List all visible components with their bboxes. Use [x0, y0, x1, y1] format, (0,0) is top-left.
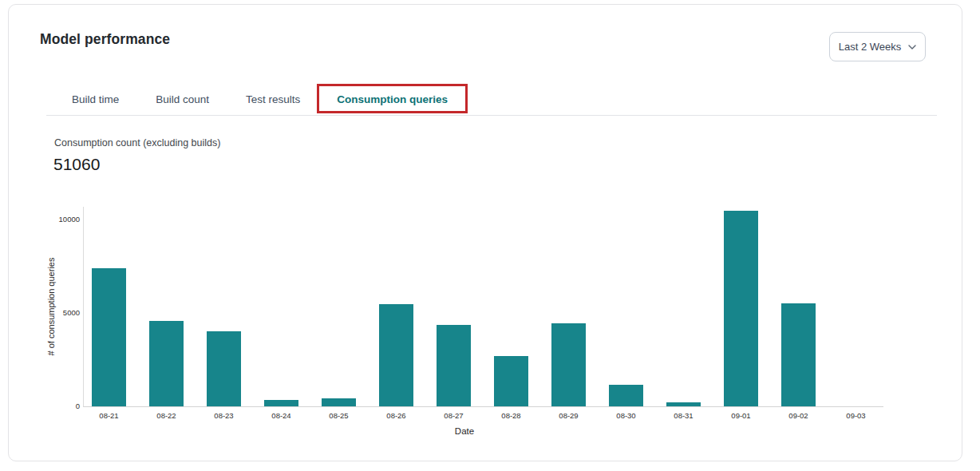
x-tick-label: 08-26: [377, 411, 417, 420]
x-tick-label: 08-29: [549, 411, 589, 420]
x-tick-label: 08-24: [262, 411, 302, 420]
y-axis-title: # of consumption queries: [46, 258, 56, 356]
y-tick-label: 10000: [38, 215, 80, 224]
y-tick-label: 5000: [38, 308, 80, 317]
tab-label: Consumption queries: [337, 93, 448, 105]
x-tick-label: 09-03: [836, 411, 876, 420]
bar-09-01: [724, 211, 758, 406]
model-performance-card: Model performance Last 2 Weeks Build tim…: [8, 4, 962, 461]
model-performance-page: Model performance Last 2 Weeks Build tim…: [0, 0, 980, 471]
bar-08-21: [92, 268, 126, 406]
bar-08-22: [149, 321, 184, 406]
tab-label: Build time: [72, 93, 119, 105]
bar-08-28: [494, 356, 528, 406]
tab-build-time[interactable]: Build time: [59, 84, 132, 115]
metric-value: 51060: [53, 155, 100, 174]
x-axis-title: Date: [83, 426, 846, 436]
bar-08-29: [551, 323, 586, 406]
x-tick-label: 08-31: [664, 411, 704, 420]
x-tick-label: 08-30: [607, 411, 646, 420]
x-tick-label: 08-22: [147, 411, 187, 420]
bar-08-23: [207, 331, 241, 406]
y-tick-label: 0: [38, 402, 80, 410]
tab-build-count[interactable]: Build count: [143, 84, 222, 115]
period-selector-dropdown[interactable]: Last 2 Weeks: [829, 32, 926, 61]
bar-08-27: [437, 325, 471, 406]
metric-label: Consumption count (excluding builds): [54, 137, 220, 148]
bar-08-31: [666, 402, 701, 406]
tab-label: Test results: [246, 93, 300, 105]
bar-09-02: [781, 303, 816, 406]
x-tick-label: 08-21: [89, 411, 129, 420]
bar-08-30: [609, 385, 643, 406]
x-tick-label: 08-27: [434, 411, 474, 420]
period-selector-label: Last 2 Weeks: [839, 41, 902, 53]
tab-label: Build count: [156, 93, 209, 105]
tab-test-results[interactable]: Test results: [233, 84, 313, 115]
bar-08-25: [322, 398, 356, 406]
tab-consumption-queries[interactable]: Consumption queries: [324, 84, 460, 115]
x-tick-label: 08-28: [492, 411, 531, 420]
tab-bar: Build timeBuild countTest resultsConsump…: [46, 84, 937, 116]
bar-08-24: [264, 400, 298, 406]
bar-08-26: [379, 304, 413, 406]
page-title: Model performance: [40, 31, 170, 48]
x-tick-label: 08-23: [204, 411, 244, 420]
x-tick-label: 09-02: [779, 411, 819, 420]
chart-plot: 08-2108-2208-2308-2408-2508-2608-2708-28…: [83, 207, 883, 407]
x-tick-label: 09-01: [721, 411, 761, 420]
chevron-down-icon: [908, 45, 916, 49]
x-tick-label: 08-25: [319, 411, 359, 420]
